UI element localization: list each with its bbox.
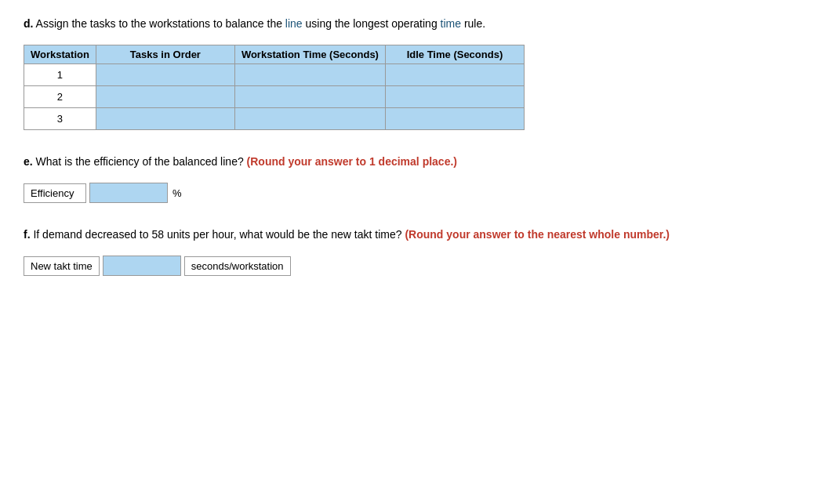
tasks-1-cell[interactable] <box>96 64 234 86</box>
table-row: 3 <box>24 108 525 130</box>
part-d-question: d. Assign the tasks to the workstations … <box>24 16 793 32</box>
part-e-instruction: (Round your answer to 1 decimal place.) <box>247 155 457 168</box>
highlight-line: line <box>285 17 303 30</box>
ws-time-1-cell[interactable] <box>234 64 385 86</box>
highlight-time: time <box>441 17 461 30</box>
part-f-section: f. If demand decreased to 58 units per h… <box>24 227 793 276</box>
efficiency-form: Efficiency % <box>24 183 793 203</box>
idle-time-3-cell[interactable] <box>385 108 524 130</box>
takt-time-form: New takt time seconds/workstation <box>24 256 793 276</box>
part-e-section: e. What is the efficiency of the balance… <box>24 154 793 203</box>
idle-time-2-input[interactable] <box>386 86 524 107</box>
part-e-question: e. What is the efficiency of the balance… <box>24 154 793 170</box>
tasks-3-cell[interactable] <box>96 108 234 130</box>
efficiency-label: Efficiency <box>24 183 86 203</box>
col-header-tasks: Tasks in Order <box>96 45 234 64</box>
efficiency-unit: % <box>172 187 182 199</box>
takt-time-unit: seconds/workstation <box>184 256 291 276</box>
workstation-3-label: 3 <box>24 108 96 130</box>
ws-time-3-input[interactable] <box>235 108 385 129</box>
ws-time-1-input[interactable] <box>235 64 385 85</box>
ws-time-2-cell[interactable] <box>234 86 385 108</box>
tasks-2-cell[interactable] <box>96 86 234 108</box>
workstation-2-label: 2 <box>24 86 96 108</box>
idle-time-1-input[interactable] <box>386 64 524 85</box>
ws-time-3-cell[interactable] <box>234 108 385 130</box>
tasks-1-input[interactable] <box>96 64 234 85</box>
takt-time-input[interactable] <box>103 256 181 276</box>
tasks-2-input[interactable] <box>96 86 234 107</box>
idle-time-3-input[interactable] <box>386 108 524 129</box>
ws-time-2-input[interactable] <box>235 86 385 107</box>
idle-time-2-cell[interactable] <box>385 86 524 108</box>
tasks-3-input[interactable] <box>96 108 234 129</box>
table-row: 2 <box>24 86 525 108</box>
part-d-section: d. Assign the tasks to the workstations … <box>24 16 793 130</box>
col-header-workstation: Workstation <box>24 45 96 64</box>
part-f-instruction: (Round your answer to the nearest whole … <box>405 228 670 241</box>
part-f-question: f. If demand decreased to 58 units per h… <box>24 227 793 243</box>
table-row: 1 <box>24 64 525 86</box>
col-header-idle-time: Idle Time (Seconds) <box>385 45 524 64</box>
idle-time-1-cell[interactable] <box>385 64 524 86</box>
efficiency-input[interactable] <box>89 183 168 203</box>
assignment-table: Workstation Tasks in Order Workstation T… <box>24 45 525 130</box>
workstation-1-label: 1 <box>24 64 96 86</box>
col-header-ws-time: Workstation Time (Seconds) <box>234 45 385 64</box>
takt-time-label: New takt time <box>24 256 100 276</box>
